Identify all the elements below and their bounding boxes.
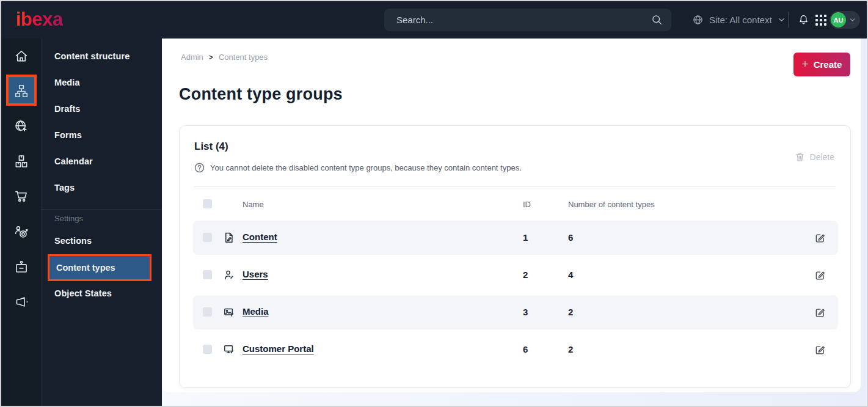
list-title: List (4): [194, 141, 228, 153]
list-card: List (4) You cannot delete the disabled …: [179, 125, 851, 388]
row-checkbox[interactable]: [203, 233, 212, 242]
column-header-count: Number of content types: [568, 200, 655, 209]
delete-button-label: Delete: [810, 152, 834, 162]
group-link-customer-portal[interactable]: Customer Portal: [243, 343, 314, 354]
breadcrumb: Admin > Content types: [181, 53, 268, 62]
sidebar-item-content-structure[interactable]: Content structure: [42, 46, 162, 66]
column-header-name: Name: [243, 200, 264, 209]
breadcrumb-separator: >: [209, 53, 213, 62]
row-checkbox[interactable]: [203, 307, 212, 317]
edit-icon[interactable]: [814, 307, 825, 318]
group-link-users[interactable]: Users: [243, 269, 268, 279]
cell-id: 6: [523, 344, 528, 354]
group-link-media[interactable]: Media: [243, 306, 269, 317]
user-edit-icon: [223, 269, 235, 281]
bell-icon: [797, 13, 810, 26]
sidebar-item-forms[interactable]: Forms: [42, 125, 162, 145]
globe-icon: [692, 14, 704, 26]
edit-icon[interactable]: [814, 344, 825, 355]
topbar-divider: [788, 12, 789, 28]
cell-count: 2: [568, 307, 573, 317]
sidebar-item-label: Content types: [49, 256, 150, 279]
search-bar: [384, 9, 671, 31]
chevron-down-icon: [778, 16, 786, 24]
breadcrumb-admin[interactable]: Admin: [181, 53, 203, 62]
site-globe-cursor-icon[interactable]: [13, 119, 29, 134]
cart-icon[interactable]: [13, 188, 29, 204]
table-row: Content 1 6: [193, 221, 838, 255]
search-icon[interactable]: [651, 14, 663, 26]
cell-count: 2: [568, 344, 573, 354]
card-divider: [194, 186, 836, 187]
cell-id: 2: [523, 270, 528, 280]
sidebar-item-tags[interactable]: Tags: [42, 178, 162, 197]
notifications-button[interactable]: [797, 1, 810, 38]
table-row: Media 3 2: [193, 295, 838, 329]
main-area: Admin > Content types + Create Content t…: [162, 38, 868, 407]
row-checkbox[interactable]: [203, 270, 212, 279]
monitor-edit-icon: [223, 343, 235, 356]
delete-button[interactable]: Delete: [795, 152, 834, 162]
content-panel: Admin > Content types + Create Content t…: [162, 38, 861, 392]
user-menu[interactable]: AU: [830, 11, 860, 29]
avatar: AU: [831, 12, 846, 28]
breadcrumb-content-types[interactable]: Content types: [219, 53, 268, 62]
create-button-label: Create: [814, 59, 842, 70]
sidebar-section-label: Settings: [54, 214, 83, 223]
sidebar-item-object-states[interactable]: Object States: [42, 284, 162, 303]
cell-id: 1: [523, 232, 528, 243]
sidebar-item-content-types[interactable]: Content types: [48, 254, 151, 281]
edit-icon[interactable]: [814, 232, 825, 243]
edit-icon[interactable]: [814, 270, 825, 280]
select-all-checkbox[interactable]: [203, 199, 212, 208]
table-row: Users 2 4: [193, 258, 838, 292]
info-row: You cannot delete the disabled content t…: [194, 163, 522, 173]
info-text: You cannot delete the disabled content t…: [210, 163, 522, 172]
sidebar-item-sections[interactable]: Sections: [42, 231, 162, 251]
products-boxes-icon[interactable]: [13, 153, 29, 169]
image-edit-icon: [223, 306, 235, 318]
cell-id: 3: [523, 307, 528, 317]
sidebar-divider: [42, 209, 162, 210]
plus-icon: +: [802, 57, 809, 71]
group-link-content[interactable]: Content: [243, 232, 277, 242]
sidebar-item-media[interactable]: Media: [42, 73, 162, 92]
content-structure-icon[interactable]: [13, 83, 29, 99]
chevron-down-icon: [849, 16, 856, 23]
home-icon[interactable]: [13, 48, 29, 64]
site-context-selector[interactable]: Site: All context: [692, 1, 786, 38]
sidebar: Content structure Media Drafts Forms Cal…: [41, 38, 162, 407]
search-input[interactable]: [384, 9, 671, 31]
site-context-label: Site: All context: [709, 15, 772, 25]
icon-rail: [1, 38, 41, 407]
row-checkbox[interactable]: [203, 345, 212, 354]
trash-icon: [795, 152, 805, 162]
sidebar-item-drafts[interactable]: Drafts: [42, 99, 162, 119]
ibexa-admin-screen: ibexa Site: All context: [0, 0, 868, 407]
megaphone-icon[interactable]: [13, 294, 29, 310]
sidebar-item-calendar[interactable]: Calendar: [42, 152, 162, 171]
cell-count: 6: [568, 232, 573, 243]
column-header-id: ID: [523, 200, 531, 209]
topbar: ibexa Site: All context: [1, 1, 867, 38]
file-edit-icon: [223, 232, 235, 244]
page-title: Content type groups: [179, 85, 343, 104]
id-badge-icon[interactable]: [13, 259, 29, 275]
question-circle-icon: [194, 163, 205, 173]
ibexa-logo[interactable]: ibexa: [16, 9, 63, 31]
app-switcher-button[interactable]: [815, 1, 826, 38]
personalization-target-icon[interactable]: [13, 224, 29, 240]
cell-count: 4: [568, 270, 573, 280]
app-grid-icon: [815, 15, 826, 26]
create-button[interactable]: + Create: [793, 53, 850, 76]
table-header: Name ID Number of content types: [180, 196, 850, 214]
table-row: Customer Portal 6 2: [193, 332, 838, 367]
